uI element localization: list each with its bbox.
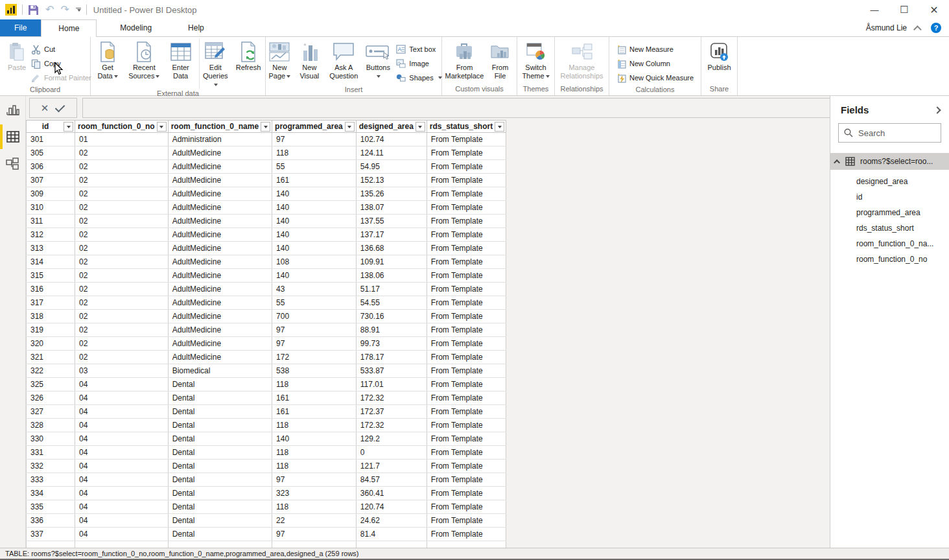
image-button[interactable]: Image [396,56,441,71]
table-cell[interactable]: 136.68 [356,242,427,255]
table-cell[interactable]: 326 [27,391,75,405]
table-cell[interactable]: AdultMedicine [168,283,272,296]
table-cell[interactable]: 135.26 [356,187,427,201]
table-cell[interactable]: AdultMedicine [168,160,272,174]
table-row[interactable]: 32704Dental161172.37From Template [27,405,506,419]
table-cell[interactable]: 55 [272,296,357,310]
table-cell[interactable]: 02 [75,310,169,323]
table-cell[interactable]: 02 [75,255,169,269]
table-cell[interactable]: From Template [427,215,506,228]
table-cell[interactable]: 97 [272,473,357,487]
table-cell[interactable]: 533.87 [356,364,427,378]
table-cell[interactable]: From Template [427,242,506,255]
table-cell[interactable]: 317 [27,296,75,310]
table-cell[interactable]: From Template [427,310,506,323]
table-cell[interactable]: From Template [427,473,506,487]
table-cell[interactable]: 02 [75,351,169,364]
column-header[interactable]: programmed_area [272,121,357,133]
text-box-button[interactable]: A Text box [396,42,441,56]
model-view-button[interactable] [0,150,25,178]
table-cell[interactable]: 305 [27,146,75,160]
table-cell[interactable]: 319 [27,323,75,337]
column-header[interactable]: room_function_0_name [168,121,272,133]
table-cell[interactable]: From Template [427,255,506,269]
table-cell[interactable]: 04 [75,500,169,514]
table-cell[interactable]: From Template [427,514,506,528]
table-cell[interactable]: 03 [75,364,169,378]
table-cell[interactable]: 129.2 [356,432,427,446]
table-cell[interactable]: 318 [27,310,75,323]
table-cell[interactable]: 322 [27,364,75,378]
table-cell[interactable]: 02 [75,242,169,255]
new-quick-measure-button[interactable]: New Quick Measure [616,71,694,85]
manage-relationships-button[interactable]: Manage Relationships [557,38,607,80]
account-name[interactable]: Åsmund Lie [866,23,907,32]
table-cell[interactable]: From Template [427,460,506,473]
table-cell[interactable]: From Template [427,351,506,364]
column-filter-icon[interactable] [416,122,425,132]
table-cell[interactable]: AdultMedicine [168,215,272,228]
table-cell[interactable]: 321 [27,351,75,364]
table-cell[interactable]: AdultMedicine [168,337,272,351]
table-cell[interactable]: 02 [75,228,169,242]
tab-help[interactable]: Help [175,19,217,36]
table-cell[interactable]: 97 [272,323,357,337]
table-cell[interactable]: 54.55 [356,296,427,310]
table-cell[interactable]: AdultMedicine [168,310,272,323]
switch-theme-button[interactable]: Switch Theme [520,38,552,80]
column-filter-icon[interactable] [345,122,355,132]
table-cell[interactable]: 02 [75,160,169,174]
field-item[interactable]: designed_area [830,174,949,189]
help-icon[interactable]: ? [931,23,941,33]
table-row[interactable]: 32203Biomedical538533.87From Template [27,364,506,378]
table-cell[interactable]: From Template [427,323,506,337]
new-column-button[interactable]: New Column [616,56,694,71]
table-cell[interactable]: From Template [427,160,506,174]
table-row[interactable]: 33104Dental1180From Template [27,446,506,460]
table-cell[interactable]: From Template [427,228,506,242]
tab-file[interactable]: File [0,19,41,36]
table-row[interactable]: 33004Dental140129.2From Template [27,432,506,446]
table-cell[interactable]: 22 [272,514,357,528]
paste-button[interactable]: Paste [3,38,31,72]
tab-home[interactable]: Home [41,19,97,37]
table-cell[interactable]: 161 [272,391,357,405]
close-button[interactable]: ✕ [919,0,949,19]
shapes-button[interactable]: Shapes [396,71,441,85]
table-cell[interactable]: 54.95 [356,160,427,174]
table-cell[interactable]: AdultMedicine [168,255,272,269]
table-row[interactable]: 33504Dental118120.74From Template [27,500,506,514]
table-cell[interactable]: 02 [75,269,169,283]
table-cell[interactable]: 81.4 [356,528,427,541]
table-cell[interactable]: 118 [272,500,357,514]
table-cell[interactable]: 02 [75,215,169,228]
table-cell[interactable]: 730.16 [356,310,427,323]
table-cell[interactable]: 97 [272,133,357,146]
table-cell[interactable]: AdultMedicine [168,242,272,255]
table-row[interactable]: 30502AdultMedicine118124.11From Template [27,146,506,160]
column-header[interactable]: rds_status_short [427,121,506,133]
table-row[interactable]: 33604Dental2224.62From Template [27,514,506,528]
table-row[interactable]: 33304Dental9784.57From Template [27,473,506,487]
table-cell[interactable]: AdultMedicine [168,174,272,187]
refresh-button[interactable]: Refresh [234,38,263,72]
field-item[interactable]: programmed_area [830,205,949,220]
table-cell[interactable]: Dental [168,500,272,514]
table-cell[interactable]: AdultMedicine [168,201,272,215]
table-cell[interactable]: 102.74 [356,133,427,146]
table-cell[interactable]: 337 [27,528,75,541]
collapse-table-icon[interactable] [834,159,840,165]
table-row[interactable]: 31502AdultMedicine140138.06From Template [27,269,506,283]
table-row[interactable]: 30602AdultMedicine5554.95From Template [27,160,506,174]
table-cell[interactable]: 138.07 [356,201,427,215]
table-cell[interactable]: AdultMedicine [168,323,272,337]
table-cell[interactable]: 330 [27,432,75,446]
table-cell[interactable]: 120.74 [356,500,427,514]
table-cell[interactable]: 04 [75,460,169,473]
table-cell[interactable]: 332 [27,460,75,473]
from-marketplace-button[interactable]: From Marketplace [445,38,485,80]
redo-icon[interactable]: ↷ [60,5,69,15]
collapse-ribbon-icon[interactable] [913,25,922,34]
table-row[interactable]: 31702AdultMedicine5554.55From Template [27,296,506,310]
table-cell[interactable]: 04 [75,405,169,419]
